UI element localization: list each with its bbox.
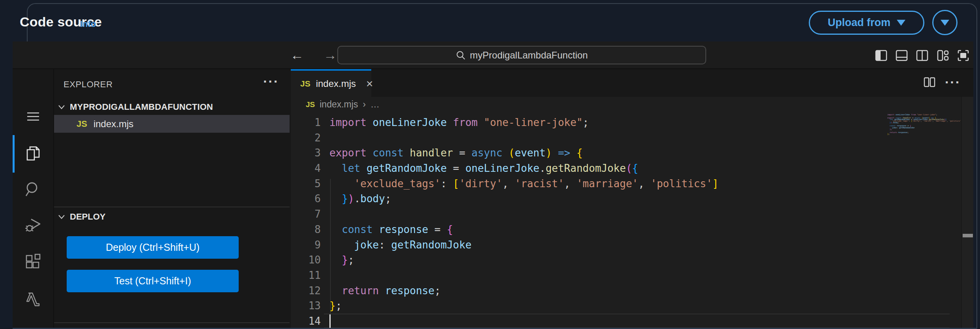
- code-line[interactable]: let getRandomJoke = oneLinerJoke.getRand…: [329, 161, 718, 176]
- code-line[interactable]: [329, 207, 718, 222]
- minimap[interactable]: import oneLinerJoke from "one-liner-joke…: [887, 114, 961, 137]
- line-number: 1: [291, 115, 321, 130]
- code-token: response: [897, 131, 907, 133]
- section-divider: [54, 207, 290, 207]
- code-token: ;: [888, 133, 890, 135]
- folder-row[interactable]: MYPRODIGALLAMBDAFUNCTION: [54, 99, 290, 115]
- line-number: 10: [291, 252, 321, 268]
- file-name: index.mjs: [94, 118, 133, 130]
- maximize-icon[interactable]: [957, 49, 969, 62]
- js-file-icon: JS: [77, 119, 87, 129]
- explorer-more-actions[interactable]: ···: [263, 74, 279, 89]
- caret-down-icon: [941, 20, 949, 26]
- code-line[interactable]: return response;: [329, 283, 718, 299]
- code-line[interactable]: const response = {: [329, 222, 718, 237]
- text-cursor: [329, 314, 331, 329]
- code-token: =: [428, 224, 440, 235]
- actions-menu-button[interactable]: [932, 10, 958, 35]
- code-token: 'dirty': [912, 120, 920, 122]
- breadcrumb-separator: ›: [363, 99, 366, 110]
- aws-lambda-icon: [24, 290, 42, 308]
- code-token: [: [447, 178, 459, 190]
- line-number: 9: [291, 237, 321, 253]
- code-token: ;: [898, 121, 899, 124]
- upload-from-button[interactable]: Upload from: [809, 11, 924, 35]
- code-token: event: [515, 147, 546, 159]
- js-file-icon: JS: [300, 79, 310, 88]
- explorer-title: EXPLORER: [64, 79, 113, 90]
- sidebar-item-search[interactable]: [13, 171, 53, 208]
- split-editor-icon[interactable]: [924, 76, 935, 88]
- section-divider: [54, 322, 290, 323]
- toggle-panel-icon[interactable]: [896, 49, 908, 62]
- code-token: handler: [404, 147, 453, 159]
- editor-scrollbar[interactable]: [961, 97, 973, 329]
- sidebar-item-run-debug[interactable]: [13, 207, 53, 243]
- code-token: ): [348, 193, 354, 205]
- code-line[interactable]: [329, 130, 718, 146]
- code-token: ): [546, 147, 552, 159]
- breadcrumb[interactable]: JS index.mjs › …: [306, 99, 380, 110]
- split-editor-vertical-icon[interactable]: [916, 49, 928, 62]
- code-line[interactable]: 'exclude_tags': ['dirty', 'racist', 'mar…: [329, 176, 718, 192]
- command-search-input[interactable]: myProdigalLambdaFunction: [337, 46, 706, 64]
- code-token: getRandomJoke: [546, 162, 626, 174]
- code-token: oneLinerJoke: [367, 117, 447, 128]
- code-line[interactable]: import oneLinerJoke from "one-liner-joke…: [329, 115, 718, 130]
- code-token: "one-liner-joke": [478, 117, 583, 128]
- code-editor[interactable]: JS index.mjs › … 1234567891011121314 imp…: [291, 97, 973, 329]
- code-token: ;: [385, 193, 391, 205]
- sidebar-item-explorer[interactable]: [13, 135, 53, 171]
- code-token: ;: [936, 114, 937, 116]
- line-number: 2: [291, 130, 321, 146]
- line-number: 5: [291, 176, 321, 192]
- code-token: async: [465, 147, 502, 159]
- sidebar-item-aws-lambda[interactable]: [13, 281, 53, 318]
- code-line[interactable]: };: [329, 298, 718, 314]
- code-token: ]: [713, 178, 719, 190]
- line-number: 13: [291, 298, 321, 314]
- line-number: 7: [291, 207, 321, 222]
- info-link[interactable]: Info: [80, 19, 96, 29]
- menu-button[interactable]: [13, 98, 53, 135]
- code-line[interactable]: [329, 314, 718, 329]
- close-tab-icon[interactable]: ×: [366, 78, 373, 90]
- file-row-index-mjs[interactable]: JS index.mjs: [54, 115, 290, 133]
- code-token: 'politics': [644, 178, 712, 190]
- code-token: ;: [336, 300, 342, 312]
- toggle-sidebar-icon[interactable]: [875, 49, 887, 62]
- tab-index-mjs[interactable]: JS index.mjs ×: [291, 69, 371, 97]
- code-line[interactable]: [329, 268, 718, 283]
- code-token: 'politics': [948, 120, 961, 122]
- code-token: (: [626, 162, 632, 174]
- code-token: getRandomJoke: [360, 162, 447, 174]
- sidebar-item-extensions[interactable]: [13, 243, 53, 280]
- code-token: ;: [891, 128, 892, 130]
- chevron-down-icon: [58, 104, 65, 110]
- code-line[interactable]: };: [329, 252, 718, 268]
- test-button[interactable]: Test (Ctrl+Shift+I): [67, 270, 239, 292]
- editor-toolbar: ← → myProdigalLambdaFunction: [13, 41, 973, 69]
- deploy-button[interactable]: Deploy (Ctrl+Shift+U): [67, 236, 239, 259]
- line-number: 6: [291, 191, 321, 207]
- line-number: 11: [291, 268, 321, 283]
- breadcrumb-file: index.mjs: [320, 99, 358, 110]
- code-line[interactable]: joke: getRandomJoke: [329, 237, 718, 253]
- code-token: :: [441, 178, 447, 190]
- code-token: 'marriage': [570, 178, 638, 190]
- code-token: 'dirty': [459, 178, 503, 190]
- line-number: 8: [291, 222, 321, 237]
- back-arrow-icon[interactable]: ←: [290, 47, 304, 63]
- code-token: :: [379, 239, 385, 251]
- customize-layout-icon[interactable]: [937, 49, 949, 62]
- files-icon: [24, 144, 42, 162]
- code-line[interactable]: }).body;: [329, 191, 718, 207]
- code-token: =: [447, 162, 459, 174]
- forward-arrow-icon[interactable]: →: [324, 47, 337, 63]
- more-actions-icon[interactable]: ···: [945, 76, 961, 88]
- code-token: from: [447, 117, 477, 128]
- deploy-section-header[interactable]: DEPLOY: [54, 208, 290, 226]
- code-line[interactable]: export const handler = async (event) => …: [329, 145, 718, 161]
- scrollbar-thumb[interactable]: [963, 234, 973, 237]
- tab-label: index.mjs: [316, 78, 356, 89]
